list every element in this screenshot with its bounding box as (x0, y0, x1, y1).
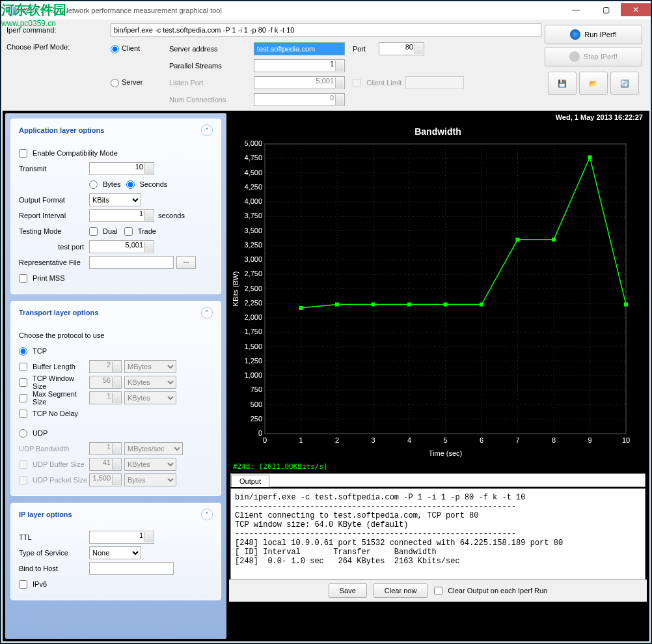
maximize-button[interactable]: ▢ (591, 3, 621, 16)
svg-text:8: 8 (552, 436, 556, 444)
svg-text:4,500: 4,500 (244, 169, 262, 176)
clear-button[interactable]: Clear now (374, 583, 428, 598)
port-spinner[interactable]: 80 (379, 42, 424, 55)
svg-text:Time (sec): Time (sec) (429, 449, 463, 457)
parallel-spinner[interactable]: 1 (254, 59, 345, 72)
output-text[interactable]: bin/iperf.exe -c test.softpedia.com -P 1… (230, 488, 645, 580)
clear-each-check[interactable] (434, 587, 442, 595)
svg-text:3,000: 3,000 (244, 255, 262, 263)
svg-text:6: 6 (480, 436, 483, 444)
ttl-spinner[interactable]: 1 (89, 531, 154, 544)
svg-text:3,750: 3,750 (244, 212, 262, 219)
svg-text:2: 2 (335, 436, 339, 444)
floppy-icon: 💾 (558, 79, 567, 88)
save-icon-button[interactable]: 💾 (548, 72, 577, 95)
print-mss-check[interactable] (19, 274, 27, 283)
server-radio[interactable] (111, 79, 119, 87)
mss-check[interactable] (19, 394, 27, 402)
tcp-radio[interactable] (19, 347, 27, 356)
output-tab[interactable]: Output (231, 475, 269, 487)
svg-text:500: 500 (251, 400, 262, 408)
winsz-check[interactable] (19, 378, 27, 387)
bytes-radio[interactable] (89, 180, 98, 189)
output-format-select[interactable]: KBits (89, 193, 141, 206)
svg-text:750: 750 (251, 385, 262, 393)
svg-rect-70 (480, 303, 483, 307)
server-address-label: Server address (169, 45, 254, 53)
refresh-icon: 🔄 (620, 79, 629, 88)
refresh-icon-button[interactable]: 🔄 (610, 72, 639, 95)
svg-text:2,750: 2,750 (244, 270, 262, 277)
svg-text:2,250: 2,250 (244, 299, 262, 307)
buflen-check[interactable] (19, 363, 27, 371)
svg-text:1,750: 1,750 (244, 328, 262, 335)
svg-rect-66 (335, 303, 339, 307)
udp-radio[interactable] (19, 429, 27, 438)
close-button[interactable]: ✕ (621, 3, 651, 16)
svg-text:250: 250 (251, 415, 262, 423)
collapse-icon[interactable]: ⌃ (201, 124, 213, 136)
report-interval-spinner[interactable]: 1 (89, 209, 154, 222)
mode-label: Choose iPerf Mode: (7, 40, 111, 108)
svg-text:1,000: 1,000 (244, 371, 262, 379)
client-limit-input (405, 76, 464, 89)
svg-text:4,000: 4,000 (244, 197, 262, 205)
application-layer-panel: Application layer options⌃ Enable Compat… (10, 119, 221, 294)
app-icon (7, 5, 17, 16)
svg-text:3,500: 3,500 (244, 227, 262, 234)
titlebar[interactable]: JPerf 2.0.2 - Network performance measur… (1, 1, 651, 20)
transmit-spinner[interactable]: 10 (89, 162, 154, 175)
listen-port-spinner: 5,001 (254, 76, 345, 89)
client-limit-check (353, 79, 361, 87)
compat-check[interactable] (19, 149, 27, 158)
open-icon-button[interactable]: 📂 (579, 72, 608, 95)
collapse-icon[interactable]: ⌃ (201, 307, 213, 318)
run-icon (570, 29, 580, 40)
status-line: #248: [2631.00KBits/s] (229, 461, 647, 472)
svg-text:1,250: 1,250 (244, 357, 262, 365)
svg-rect-69 (444, 303, 448, 307)
seconds-radio[interactable] (126, 180, 135, 189)
collapse-icon[interactable]: ⌃ (201, 509, 213, 520)
numconn-spinner: 0 (254, 93, 345, 106)
svg-rect-73 (588, 155, 592, 159)
svg-text:KBits (BW): KBits (BW) (232, 272, 239, 307)
svg-text:4,250: 4,250 (244, 183, 262, 191)
bandwidth-chart: Bandwidth 02505007501,0001,2501,5001,750… (229, 122, 647, 461)
minimize-button[interactable]: — (561, 3, 591, 16)
bind-input[interactable] (89, 562, 174, 575)
svg-text:4: 4 (407, 436, 411, 444)
iperf-command-input[interactable] (111, 23, 541, 36)
save-button[interactable]: Save (329, 583, 367, 598)
svg-text:2,000: 2,000 (244, 313, 262, 321)
svg-text:1: 1 (299, 436, 303, 444)
svg-text:1,500: 1,500 (244, 343, 262, 350)
app-window: JPerf 2.0.2 - Network performance measur… (1, 1, 651, 643)
svg-rect-68 (407, 303, 411, 307)
svg-text:2,500: 2,500 (244, 285, 262, 292)
timestamp: Wed, 1 May 2013 16:22:27 (229, 113, 647, 122)
folder-icon: 📂 (589, 79, 598, 88)
server-address-input[interactable] (254, 42, 345, 55)
svg-text:7: 7 (515, 436, 519, 444)
run-button[interactable]: Run IPerf! (545, 25, 642, 44)
browse-button[interactable]: ... (176, 256, 196, 269)
rep-file-input[interactable] (89, 256, 174, 269)
trade-check[interactable] (124, 227, 133, 236)
test-port-spinner[interactable]: 5,001 (89, 240, 154, 253)
stop-icon (569, 51, 580, 62)
svg-text:3,250: 3,250 (244, 241, 262, 249)
svg-rect-71 (516, 238, 520, 242)
tos-select[interactable]: None (89, 546, 141, 559)
svg-text:10: 10 (622, 436, 630, 444)
transport-layer-panel: Transport layer options⌃ Choose the prot… (10, 301, 221, 496)
svg-rect-67 (372, 303, 375, 307)
ipv6-check[interactable] (19, 580, 27, 589)
nodelay-check[interactable] (19, 410, 27, 418)
svg-rect-65 (299, 306, 303, 310)
svg-rect-64 (265, 144, 626, 434)
svg-text:9: 9 (588, 436, 591, 444)
svg-text:5,000: 5,000 (244, 141, 262, 147)
client-radio[interactable] (111, 45, 119, 53)
dual-check[interactable] (89, 227, 98, 236)
